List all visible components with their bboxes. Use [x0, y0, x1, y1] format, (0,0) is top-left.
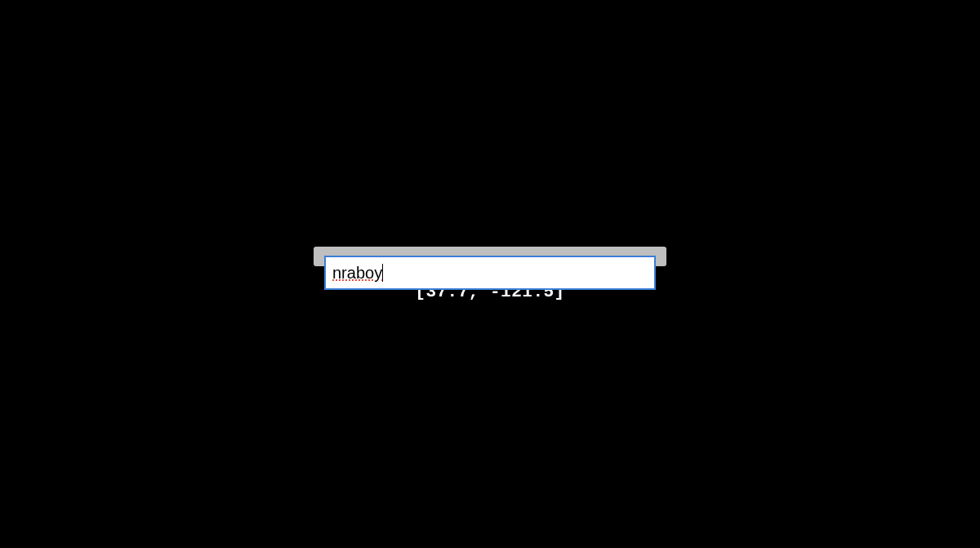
input-container: nraboy: [314, 247, 666, 266]
